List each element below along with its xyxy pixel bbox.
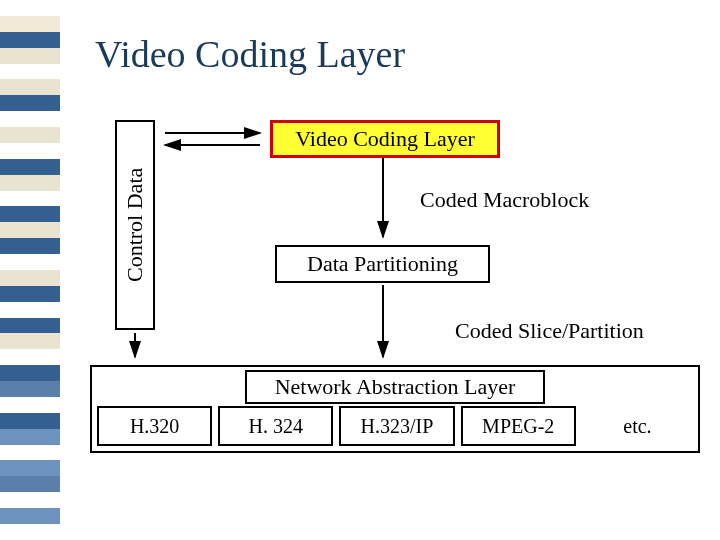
sidebar-stripe xyxy=(0,48,60,64)
nal-cell-etc: etc. xyxy=(582,406,693,446)
sidebar-stripe xyxy=(0,524,60,540)
sidebar-stripe xyxy=(0,254,60,270)
sidebar-stripe xyxy=(0,159,60,175)
page-title: Video Coding Layer xyxy=(95,32,405,76)
sidebar-stripe xyxy=(0,413,60,429)
architecture-diagram: Control Data Video Coding Layer Coded Ma… xyxy=(70,110,710,510)
nal-title: Network Abstraction Layer xyxy=(245,370,545,404)
sidebar-stripe xyxy=(0,270,60,286)
sidebar-stripe xyxy=(0,127,60,143)
sidebar-stripe xyxy=(0,16,60,32)
sidebar-stripe xyxy=(0,397,60,413)
coded-slice-partition-label: Coded Slice/Partition xyxy=(455,318,644,344)
nal-row: H.320 H. 324 H.323/IP MPEG-2 etc. xyxy=(97,406,693,446)
sidebar-stripe xyxy=(0,492,60,508)
sidebar-stripe xyxy=(0,302,60,318)
sidebar-stripe xyxy=(0,238,60,254)
sidebar-stripe xyxy=(0,32,60,48)
sidebar-stripe xyxy=(0,381,60,397)
sidebar-stripe xyxy=(0,476,60,492)
video-coding-layer-box: Video Coding Layer xyxy=(270,120,500,158)
sidebar-stripe xyxy=(0,349,60,365)
control-data-box: Control Data xyxy=(115,120,155,330)
nal-cell-h324: H. 324 xyxy=(218,406,333,446)
nal-cell-h323ip: H.323/IP xyxy=(339,406,454,446)
sidebar-stripe xyxy=(0,143,60,159)
sidebar-stripe xyxy=(0,191,60,207)
sidebar-stripe xyxy=(0,286,60,302)
sidebar-stripe xyxy=(0,206,60,222)
sidebar-stripe xyxy=(0,64,60,80)
sidebar-stripe xyxy=(0,111,60,127)
sidebar-stripe xyxy=(0,175,60,191)
sidebar-stripe xyxy=(0,0,60,16)
nal-cell-h320: H.320 xyxy=(97,406,212,446)
sidebar-stripe xyxy=(0,318,60,334)
coded-macroblock-label: Coded Macroblock xyxy=(420,187,589,213)
sidebar-stripe xyxy=(0,508,60,524)
network-abstraction-layer-box: Network Abstraction Layer H.320 H. 324 H… xyxy=(90,365,700,453)
data-partitioning-box: Data Partitioning xyxy=(275,245,490,283)
sidebar-stripe xyxy=(0,429,60,445)
sidebar-stripe xyxy=(0,445,60,461)
nal-cell-mpeg2: MPEG-2 xyxy=(461,406,576,446)
sidebar-stripe xyxy=(0,222,60,238)
sidebar-stripe xyxy=(0,333,60,349)
decorative-sidebar xyxy=(0,0,60,540)
sidebar-stripe xyxy=(0,95,60,111)
sidebar-stripe xyxy=(0,365,60,381)
sidebar-stripe xyxy=(0,460,60,476)
sidebar-stripe xyxy=(0,79,60,95)
